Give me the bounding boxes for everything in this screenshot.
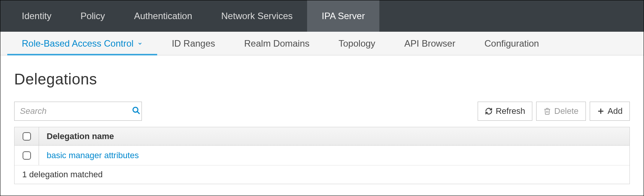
topnav-label: IPA Server [322, 11, 365, 21]
topnav-authentication[interactable]: Authentication [119, 0, 207, 32]
topnav-label: Network Services [221, 11, 293, 21]
subnav-label: Configuration [485, 38, 539, 49]
refresh-button[interactable]: Refresh [478, 102, 532, 121]
subnav-api-browser[interactable]: API Browser [390, 32, 470, 55]
select-all-cell [15, 127, 39, 145]
select-all-checkbox[interactable] [23, 132, 31, 141]
table-footer: 1 delegation matched [15, 165, 629, 184]
refresh-icon [485, 107, 493, 115]
subnav-topology[interactable]: Topology [324, 32, 390, 55]
button-label: Add [608, 106, 623, 116]
search-box [14, 102, 142, 121]
subnav-id-ranges[interactable]: ID Ranges [157, 32, 229, 55]
subnav-realm-domains[interactable]: Realm Domains [230, 32, 324, 55]
row-select-cell [15, 146, 39, 165]
topnav-label: Identity [22, 11, 51, 21]
subnav-label: ID Ranges [172, 38, 215, 49]
search-input[interactable] [15, 102, 131, 120]
delete-button[interactable]: Delete [536, 102, 586, 121]
trash-icon [543, 107, 551, 115]
table-row: basic manager attributes [15, 146, 629, 165]
plus-icon [597, 107, 605, 115]
subnav-configuration[interactable]: Configuration [470, 32, 554, 55]
topnav-label: Authentication [134, 11, 192, 21]
row-checkbox[interactable] [23, 151, 31, 160]
subnav-label: Realm Domains [244, 38, 310, 49]
table-header: Delegation name [15, 127, 629, 146]
top-nav: Identity Policy Authentication Network S… [0, 0, 644, 32]
add-button[interactable]: Add [590, 102, 630, 121]
topnav-policy[interactable]: Policy [66, 0, 119, 32]
search-button[interactable] [131, 102, 141, 120]
search-icon [132, 106, 140, 116]
page-title: Delegations [14, 71, 630, 88]
button-label: Delete [554, 106, 579, 116]
row-name-cell: basic manager attributes [39, 151, 629, 160]
topnav-label: Policy [80, 11, 105, 21]
delegation-link[interactable]: basic manager attributes [47, 151, 139, 160]
sub-nav: Role-Based Access Control ID Ranges Real… [0, 32, 644, 55]
button-label: Refresh [496, 106, 525, 116]
topnav-network-services[interactable]: Network Services [207, 0, 307, 32]
svg-line-1 [137, 112, 140, 114]
subnav-label: API Browser [404, 38, 455, 49]
delegations-table: Delegation name basic manager attributes… [14, 127, 630, 184]
subnav-label: Role-Based Access Control [22, 38, 133, 49]
subnav-rbac[interactable]: Role-Based Access Control [7, 32, 157, 55]
column-header-name[interactable]: Delegation name [39, 131, 629, 141]
chevron-down-icon [137, 41, 143, 46]
subnav-label: Topology [338, 38, 375, 49]
topnav-identity[interactable]: Identity [7, 0, 66, 32]
toolbar: Refresh Delete Add [14, 102, 630, 121]
content-area: Delegations Refresh [0, 55, 644, 192]
topnav-ipa-server[interactable]: IPA Server [307, 0, 379, 32]
